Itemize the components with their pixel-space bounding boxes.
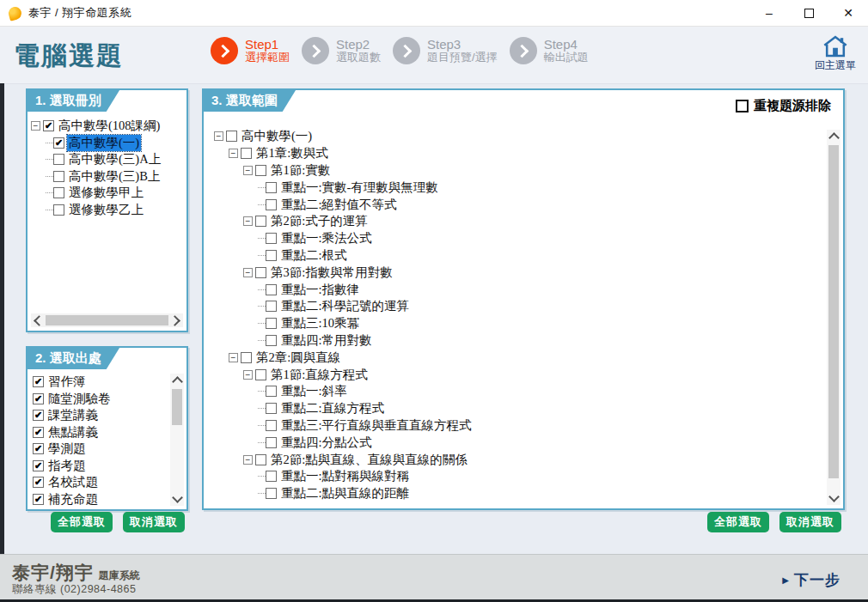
next-step-button[interactable]: ▶ 下一步 xyxy=(782,570,840,590)
checkbox[interactable] xyxy=(266,386,277,397)
tree-item[interactable]: 重點三:平行直線與垂直直線方程式 xyxy=(214,417,822,435)
select-all-button[interactable]: 全部選取 xyxy=(707,512,769,532)
tree-item[interactable]: 重點四:常用對數 xyxy=(214,332,822,350)
tree-item[interactable]: 選修數學甲上 xyxy=(31,185,183,202)
tree-item[interactable]: −第1節:直線方程式 xyxy=(214,366,822,383)
scroll-left-button[interactable] xyxy=(31,313,45,327)
tree-item[interactable]: 高中數學(三)A上 xyxy=(31,151,183,168)
horizontal-scrollbar[interactable] xyxy=(31,313,183,327)
scroll-down-button[interactable] xyxy=(827,491,840,505)
checkbox[interactable] xyxy=(266,318,277,329)
checkbox[interactable] xyxy=(255,165,266,176)
checkbox[interactable] xyxy=(241,352,252,363)
tree-item-label[interactable]: 重點二:根式 xyxy=(279,247,349,264)
minimize-button[interactable]: – xyxy=(749,0,789,26)
tree-item-label[interactable]: 重點二:絕對值不等式 xyxy=(279,197,399,213)
checkbox[interactable]: ✔ xyxy=(33,443,44,454)
tree-item-label[interactable]: 第2章:圓與直線 xyxy=(254,350,342,366)
checkbox[interactable]: ✔ xyxy=(33,494,44,505)
scroll-up-button[interactable] xyxy=(827,130,840,143)
checkbox[interactable] xyxy=(266,284,277,295)
dedupe-checkbox[interactable]: 重複題源排除 xyxy=(736,98,831,114)
tree-item[interactable]: 選修數學乙上 xyxy=(31,202,183,219)
tree-item-label[interactable]: 重點一:實數-有理數與無理數 xyxy=(279,179,440,196)
checkbox[interactable]: ✔ xyxy=(43,120,54,131)
tree-item-label[interactable]: 第3節:指數與常用對數 xyxy=(269,265,394,281)
checkbox[interactable] xyxy=(53,171,64,182)
checkbox[interactable] xyxy=(736,100,749,112)
checkbox[interactable] xyxy=(266,301,277,312)
list-item[interactable]: ✔隨堂測驗卷 xyxy=(33,391,168,408)
collapse-icon[interactable]: − xyxy=(229,353,238,362)
checkbox[interactable] xyxy=(255,216,266,227)
tree-item-label[interactable]: 重點二:點與直線的距離 xyxy=(279,485,411,502)
tree-item-label[interactable]: 重點二:科學記號的運算 xyxy=(279,298,411,314)
tree-item[interactable]: −第1章:數與式 xyxy=(214,145,822,162)
deselect-button[interactable]: 取消選取 xyxy=(123,512,185,532)
checkbox[interactable] xyxy=(266,403,277,414)
list-item[interactable]: ✔名校試題 xyxy=(33,474,168,491)
checkbox[interactable]: ✔ xyxy=(33,376,44,387)
checkbox[interactable] xyxy=(266,437,277,448)
checkbox[interactable] xyxy=(255,454,266,465)
tree-item[interactable]: −高中數學(一) xyxy=(214,128,822,145)
home-button[interactable]: 回主選單 xyxy=(811,35,859,73)
tree-item[interactable]: 重點四:分點公式 xyxy=(214,434,822,451)
tree-item-label[interactable]: 重點四:分點公式 xyxy=(279,435,374,451)
collapse-icon[interactable]: − xyxy=(214,131,223,141)
tree-item-label[interactable]: 選修數學甲上 xyxy=(67,185,145,201)
tree-item-label[interactable]: 第1章:數與式 xyxy=(254,145,330,161)
checkbox[interactable] xyxy=(241,148,252,159)
step-3[interactable]: Step3 題目預覽/選擇 xyxy=(393,37,498,64)
vertical-scrollbar[interactable] xyxy=(170,374,184,506)
select-all-button[interactable]: 全部選取 xyxy=(51,512,113,532)
tree-item[interactable]: 重點二:絕對值不等式 xyxy=(214,196,822,213)
tree-item-label[interactable]: 高中數學(三)A上 xyxy=(67,151,162,167)
step-4[interactable]: Step4 輸出試題 xyxy=(510,37,589,64)
tree-item[interactable]: 重點一:點對稱與線對稱 xyxy=(214,468,822,485)
checkbox[interactable]: ✔ xyxy=(33,427,44,438)
tree-item-label[interactable]: 第2節:式子的運算 xyxy=(269,213,370,229)
tree-item-label[interactable]: 高中數學(一) xyxy=(67,135,141,151)
collapse-icon[interactable]: − xyxy=(243,166,253,175)
checkbox[interactable] xyxy=(53,154,64,165)
scroll-right-button[interactable] xyxy=(169,313,183,327)
scroll-up-button[interactable] xyxy=(170,374,184,387)
checkbox[interactable] xyxy=(255,369,266,380)
deselect-button[interactable]: 取消選取 xyxy=(779,512,841,532)
tree-item-label[interactable]: 重點一:點對稱與線對稱 xyxy=(279,468,411,484)
checkbox[interactable] xyxy=(266,420,277,431)
collapse-icon[interactable]: − xyxy=(31,121,40,131)
checkbox[interactable]: ✔ xyxy=(33,410,44,421)
tree-item-label[interactable]: 重點一:指數律 xyxy=(279,282,361,298)
checkbox[interactable] xyxy=(266,471,277,482)
checkbox[interactable] xyxy=(266,233,277,244)
collapse-icon[interactable]: − xyxy=(229,149,238,158)
tree-item-label[interactable]: 高中數學(一) xyxy=(240,128,314,144)
step-1[interactable]: Step1 選擇範圍 xyxy=(211,37,290,64)
vertical-scrollbar[interactable] xyxy=(827,130,840,505)
list-item[interactable]: ✔習作簿 xyxy=(33,374,168,391)
tree-item-label[interactable]: 高中數學(108課綱) xyxy=(57,118,162,134)
tree-item[interactable]: −第2章:圓與直線 xyxy=(214,349,822,366)
list-item[interactable]: ✔學測題 xyxy=(33,441,168,458)
step-2[interactable]: Step2 選取題數 xyxy=(302,37,381,64)
scrollbar-thumb[interactable] xyxy=(172,389,182,425)
tree-item[interactable]: −第2節:點與直線、直線與直線的關係 xyxy=(214,451,822,468)
tree-item-label[interactable]: 重點二:直線方程式 xyxy=(279,400,386,417)
checkbox[interactable]: ✔ xyxy=(53,137,64,149)
list-item[interactable]: ✔指考題 xyxy=(33,458,168,475)
collapse-icon[interactable]: − xyxy=(243,455,253,465)
scrollbar-thumb[interactable] xyxy=(46,315,168,325)
scroll-down-button[interactable] xyxy=(170,492,184,506)
collapse-icon[interactable]: − xyxy=(243,216,253,226)
tree-item[interactable]: −✔高中數學(108課綱) xyxy=(31,118,183,135)
tree-item-label[interactable]: 高中數學(三)B上 xyxy=(67,168,162,185)
tree-item[interactable]: 重點二:科學記號的運算 xyxy=(214,298,822,315)
tree-item[interactable]: 重點二:根式 xyxy=(214,247,822,265)
list-item[interactable]: ✔補充命題 xyxy=(33,491,168,507)
tree-item[interactable]: 高中數學(三)B上 xyxy=(31,168,183,185)
checkbox[interactable] xyxy=(53,204,64,216)
tree-item-label[interactable]: 重點四:常用對數 xyxy=(279,332,374,349)
tree-item[interactable]: ✔高中數學(一) xyxy=(31,135,183,152)
